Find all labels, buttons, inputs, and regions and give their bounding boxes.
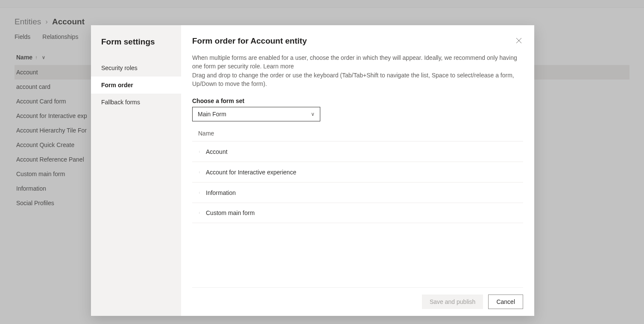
dialog-desc-line2: Drag and drop to change the order or use… [192, 72, 514, 87]
chevron-down-icon: ∨ [311, 111, 315, 117]
svg-point-21 [199, 212, 200, 213]
forms-row-label: Account [206, 148, 228, 155]
drag-handle-icon[interactable] [194, 190, 200, 196]
dialog-side-nav: Security rolesForm orderFallback forms [91, 59, 181, 111]
svg-point-6 [199, 152, 199, 153]
svg-point-2 [199, 151, 199, 151]
svg-point-19 [199, 193, 200, 194]
close-button[interactable] [514, 35, 524, 46]
save-and-publish-button[interactable]: Save and publish [422, 295, 483, 309]
forms-row-label: Information [206, 189, 236, 196]
dialog-desc-line1: When multiple forms are enabled for a us… [192, 54, 517, 70]
svg-point-13 [199, 173, 200, 173]
svg-point-14 [199, 192, 199, 192]
forms-table-row[interactable]: Information [192, 182, 523, 203]
dialog-title: Form order for Account entity [192, 36, 523, 46]
svg-point-15 [199, 192, 200, 192]
svg-point-17 [199, 192, 200, 193]
svg-point-11 [199, 172, 200, 172]
forms-row-label: Account for Interactive experience [206, 169, 296, 176]
svg-point-23 [199, 213, 200, 213]
svg-point-12 [199, 173, 199, 173]
svg-point-3 [199, 151, 200, 151]
drag-handle-icon[interactable] [194, 169, 200, 175]
drag-handle-icon[interactable] [194, 149, 200, 155]
svg-point-20 [199, 212, 199, 213]
forms-row-label: Custom main form [206, 209, 255, 216]
svg-point-4 [199, 151, 199, 152]
forms-table-row[interactable]: Account for Interactive experience [192, 162, 523, 182]
svg-point-25 [199, 213, 200, 214]
svg-point-8 [199, 171, 199, 172]
close-icon [515, 37, 522, 44]
dialog-side-title: Form settings [91, 37, 181, 47]
forms-table-header: Name [192, 130, 523, 141]
form-set-select[interactable]: Main Form ∨ [192, 107, 320, 121]
form-set-label: Choose a form set [192, 97, 523, 104]
svg-point-5 [199, 151, 200, 152]
side-nav-item[interactable]: Security roles [91, 59, 181, 77]
svg-point-9 [199, 171, 200, 172]
dialog-description: When multiple forms are enabled for a us… [192, 53, 523, 88]
svg-point-7 [199, 152, 200, 153]
form-set-value: Main Form [198, 111, 226, 118]
svg-point-24 [199, 213, 199, 214]
forms-table-row[interactable]: Custom main form [192, 203, 523, 223]
svg-point-16 [199, 192, 199, 193]
side-nav-item[interactable]: Form order [91, 77, 181, 94]
form-settings-dialog: Form settings Security rolesForm orderFa… [91, 25, 534, 316]
drag-handle-icon[interactable] [194, 210, 200, 216]
svg-point-18 [199, 193, 199, 194]
learn-more-link[interactable]: Learn more [263, 63, 294, 70]
side-nav-item[interactable]: Fallback forms [91, 94, 181, 111]
forms-table-row[interactable]: Account [192, 141, 523, 162]
svg-point-22 [199, 213, 199, 213]
cancel-button[interactable]: Cancel [488, 295, 523, 309]
svg-point-10 [199, 172, 199, 172]
